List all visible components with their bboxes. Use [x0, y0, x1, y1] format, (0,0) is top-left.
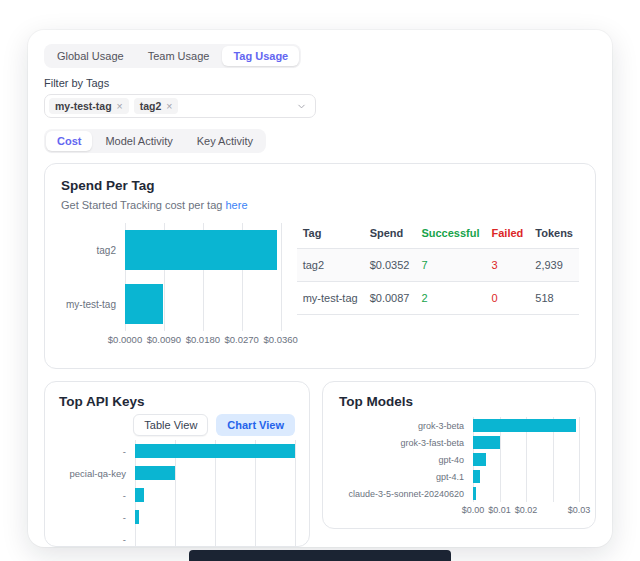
bottom-dark-bar	[189, 550, 451, 561]
bar	[135, 510, 139, 524]
dashboard-card: Global Usage Team Usage Tag Usage Filter…	[28, 30, 612, 547]
chart-row: my-test-tag	[61, 277, 281, 331]
spend-per-tag-panel: Spend Per Tag Get Started Tracking cost …	[44, 163, 596, 369]
cell-tag: my-test-tag	[297, 282, 364, 315]
bar	[135, 444, 295, 458]
cell-tokens: 518	[529, 282, 579, 315]
category-label: grok-3-fast-beta	[339, 438, 473, 448]
category-label: pecial-qa-key	[59, 468, 135, 479]
spend-per-tag-chart: tag2my-test-tag$0.0000$0.0090$0.0180$0.0…	[61, 223, 281, 347]
x-tick-label: $0.0270	[225, 334, 259, 345]
category-label: -	[59, 490, 135, 501]
chart-row: tag2	[61, 223, 281, 277]
cell-spend: $0.0087	[364, 282, 416, 315]
tab-key-activity[interactable]: Key Activity	[186, 131, 264, 151]
chip-remove-icon[interactable]: ×	[117, 101, 123, 112]
category-label: tag2	[61, 245, 125, 256]
tab-tag-usage[interactable]: Tag Usage	[222, 46, 299, 66]
category-label: -	[59, 534, 135, 545]
chart-row: grok-3-fast-beta	[339, 434, 579, 451]
filter-by-tags-label: Filter by Tags	[44, 77, 596, 89]
category-label: gpt-4o	[339, 455, 473, 465]
cell-successful: 2	[415, 282, 485, 315]
cell-tag: tag2	[297, 249, 364, 282]
x-tick-label: $0.0000	[108, 334, 142, 345]
panel-subtitle: Get Started Tracking cost per tag here	[61, 199, 579, 211]
bar	[135, 466, 175, 480]
x-tick-label: $0.0360	[263, 334, 297, 345]
bar	[135, 488, 144, 502]
x-tick-label: $0.03	[568, 505, 591, 515]
chart-row: claude-3-5-sonnet-20240620	[339, 485, 579, 502]
bar	[473, 453, 486, 466]
bar	[125, 284, 163, 324]
chart-row: gpt-4o	[339, 451, 579, 468]
x-tick-label: $0.02	[515, 505, 538, 515]
top-models-panel: Top Models grok-3-betagrok-3-fast-betagp…	[322, 381, 596, 529]
cell-failed: 0	[486, 282, 530, 315]
spend-table: Tag Spend Successful Failed Tokens tag2 …	[297, 223, 579, 315]
col-successful: Successful	[415, 223, 485, 249]
x-tick-label: $0.0090	[147, 334, 181, 345]
table-header-row: Tag Spend Successful Failed Tokens	[297, 223, 579, 249]
top-api-keys-panel: Top API Keys Table View Chart View -peci…	[44, 381, 310, 547]
category-label: -	[59, 446, 135, 457]
tab-global-usage[interactable]: Global Usage	[46, 46, 135, 66]
chart-row: -	[59, 506, 295, 528]
category-label: grok-3-beta	[339, 421, 473, 431]
view-tabbar: Cost Model Activity Key Activity	[44, 129, 266, 153]
table-view-button[interactable]: Table View	[133, 414, 208, 436]
bar	[125, 230, 277, 270]
tag-chip-label: tag2	[140, 100, 162, 112]
x-tick-label: $0.0180	[186, 334, 220, 345]
tab-cost[interactable]: Cost	[46, 131, 92, 151]
bar	[473, 470, 480, 483]
chip-remove-icon[interactable]: ×	[166, 101, 172, 112]
here-link[interactable]: here	[225, 199, 247, 211]
top-models-chart: grok-3-betagrok-3-fast-betagpt-4ogpt-4.1…	[339, 417, 579, 518]
chart-row: -	[59, 528, 295, 547]
col-tokens: Tokens	[529, 223, 579, 249]
col-spend: Spend	[364, 223, 416, 249]
x-tick-label: $0.00	[462, 505, 485, 515]
bar	[473, 419, 576, 432]
col-tag: Tag	[297, 223, 364, 249]
panel-title: Top Models	[339, 394, 579, 409]
subtitle-text: Get Started Tracking cost per tag	[61, 199, 222, 211]
x-tick-label: $0.01	[488, 505, 511, 515]
tag-chip-label: my-test-tag	[55, 100, 112, 112]
table-row: my-test-tag $0.0087 2 0 518	[297, 282, 579, 315]
chart-row: gpt-4.1	[339, 468, 579, 485]
panel-title: Top API Keys	[59, 394, 295, 409]
tag-chip: my-test-tag ×	[49, 98, 129, 114]
tag-chip: tag2 ×	[134, 98, 179, 114]
tags-filter-select[interactable]: my-test-tag × tag2 ×	[44, 94, 316, 118]
spend-table-wrap: Tag Spend Successful Failed Tokens tag2 …	[297, 223, 579, 347]
table-row: tag2 $0.0352 7 3 2,939	[297, 249, 579, 282]
chart-row: -	[59, 440, 295, 462]
top-api-keys-chart: -pecial-qa-key---	[59, 440, 295, 547]
panel-title: Spend Per Tag	[61, 178, 579, 193]
category-label: my-test-tag	[61, 299, 125, 310]
bar	[473, 436, 500, 449]
col-failed: Failed	[486, 223, 530, 249]
category-label: gpt-4.1	[339, 472, 473, 482]
category-label: claude-3-5-sonnet-20240620	[339, 489, 473, 499]
cell-failed: 3	[486, 249, 530, 282]
tab-model-activity[interactable]: Model Activity	[94, 131, 183, 151]
chart-row: grok-3-beta	[339, 417, 579, 434]
chart-row: pecial-qa-key	[59, 462, 295, 484]
usage-tabbar: Global Usage Team Usage Tag Usage	[44, 44, 301, 68]
chart-row: -	[59, 484, 295, 506]
cell-tokens: 2,939	[529, 249, 579, 282]
chart-view-button[interactable]: Chart View	[216, 414, 295, 436]
tab-team-usage[interactable]: Team Usage	[137, 46, 221, 66]
bar	[473, 487, 476, 500]
cell-successful: 7	[415, 249, 485, 282]
chevron-down-icon[interactable]	[296, 101, 307, 112]
category-label: -	[59, 512, 135, 523]
cell-spend: $0.0352	[364, 249, 416, 282]
